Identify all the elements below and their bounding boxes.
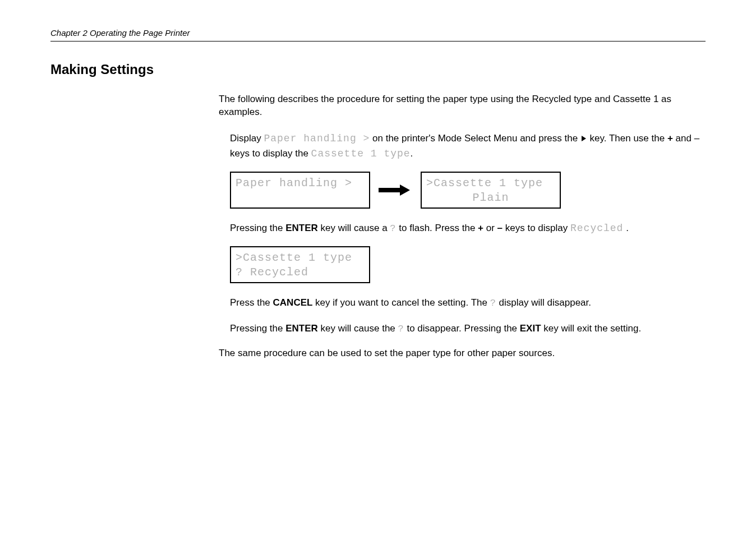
text-fragment: key will exit the setting. (541, 323, 642, 334)
step-2: Pressing the ENTER key will cause a ? to… (230, 221, 706, 283)
step-1-text: Display Paper handling > on the printer'… (230, 131, 706, 162)
text-fragment: key. Then use the (587, 133, 667, 144)
lcd-line: Plain (426, 191, 555, 205)
arrow-container (370, 185, 421, 196)
intro-text: The following describes the procedure fo… (219, 93, 706, 119)
text-fragment: to disappear. Pressing the (404, 323, 520, 334)
lcd-inline-paper-handling: Paper handling > (264, 133, 370, 144)
lcd-line: Paper handling > (236, 176, 365, 191)
text-fragment: keys to display (503, 223, 570, 233)
chapter-header: Chapter 2 Operating the Page Printer (50, 28, 706, 41)
text-fragment: key will cause the (318, 323, 398, 334)
text-fragment: and (673, 133, 694, 144)
text-fragment: Pressing the (230, 223, 285, 233)
text-fragment: . (623, 223, 628, 233)
text-fragment: on the printer's Mode Select Menu and pr… (370, 133, 580, 144)
lcd-question-mark: ? (490, 298, 496, 308)
minus-key: – (694, 133, 699, 144)
step-3: Press the CANCEL key if you want to canc… (230, 296, 706, 311)
closing-text: The same procedure can be used to set th… (219, 348, 706, 359)
cancel-key: CANCEL (273, 297, 313, 308)
page-container: Chapter 2 Operating the Page Printer Mak… (0, 0, 756, 535)
plus-key: + (478, 223, 483, 233)
section-title: Making Settings (50, 62, 706, 77)
lcd-box-paper-handling: Paper handling > (230, 172, 370, 209)
lcd-question-mark: ? (390, 223, 396, 234)
arrow-right-icon (379, 185, 412, 196)
text-fragment: . (411, 148, 413, 159)
minus-key: – (497, 223, 503, 233)
lcd-display-row-2: >Cassette 1 type ? Recycled (230, 246, 706, 283)
step-4: Pressing the ENTER key will cause the ? … (230, 321, 706, 336)
plus-key: + (667, 133, 673, 144)
enter-key: ENTER (285, 223, 318, 233)
exit-key: EXIT (520, 323, 541, 334)
lcd-display-row-1: Paper handling > >Cassette 1 type Plain (230, 172, 706, 209)
text-fragment: Display (230, 133, 264, 144)
text-fragment: keys to display the (230, 148, 311, 159)
lcd-question-mark: ? (398, 324, 404, 334)
content-block: The following describes the procedure fo… (219, 93, 706, 359)
enter-key: ENTER (285, 323, 318, 334)
text-fragment: key will cause a (318, 223, 390, 233)
lcd-inline-recycled: Recycled (570, 223, 623, 234)
step-1: Display Paper handling > on the printer'… (230, 131, 706, 209)
text-fragment: or (483, 223, 497, 233)
right-triangle-icon (582, 136, 586, 141)
text-fragment: Press the (230, 297, 273, 308)
text-fragment: display will disappear. (496, 297, 591, 308)
text-fragment: to flash. Press the (397, 223, 478, 233)
step-4-text: Pressing the ENTER key will cause the ? … (230, 321, 706, 336)
lcd-line: ? Recycled (236, 265, 365, 280)
text-fragment: Pressing the (230, 323, 285, 334)
lcd-box-cassette-recycled: >Cassette 1 type ? Recycled (230, 246, 370, 283)
step-3-text: Press the CANCEL key if you want to canc… (230, 296, 706, 311)
lcd-box-cassette-plain: >Cassette 1 type Plain (421, 172, 561, 209)
text-fragment: key if you want to cancel the setting. T… (312, 297, 490, 308)
lcd-line: >Cassette 1 type (426, 176, 555, 191)
lcd-inline-cassette-type: Cassette 1 type (311, 148, 411, 159)
step-2-text: Pressing the ENTER key will cause a ? to… (230, 221, 706, 236)
lcd-line: >Cassette 1 type (236, 251, 365, 265)
